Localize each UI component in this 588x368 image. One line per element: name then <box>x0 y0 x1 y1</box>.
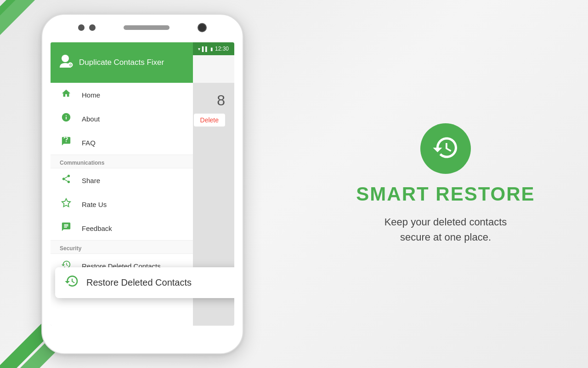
right-panel: SMART RESTORE Keep your deleted contacts… <box>303 0 588 368</box>
phone-screen: ▾ ▌▌ ▮ 12:30 8 Backup Delete <box>51 42 234 326</box>
phone-mockup: ▾ ▌▌ ▮ 12:30 8 Backup Delete <box>41 14 243 354</box>
signal-icon: ▌▌ <box>202 46 209 52</box>
status-time: 12:30 <box>215 46 229 52</box>
wifi-icon: ▾ <box>198 46 200 52</box>
feedback-icon <box>60 222 73 235</box>
drawer-item-share[interactable]: Share <box>51 168 193 192</box>
share-icon <box>60 174 73 187</box>
info-icon <box>60 112 73 125</box>
security-section-header: Security <box>51 240 193 254</box>
drawer-feedback-label: Feedback <box>82 224 112 232</box>
feature-subtitle: Keep your deleted contacts secure at one… <box>384 214 507 245</box>
drawer-item-faq[interactable]: FAQ <box>51 131 193 155</box>
tooltip-popup: Restore Deleted Contacts <box>55 267 234 298</box>
drawer-header-icon: ⚙ <box>58 53 74 73</box>
feature-restore-icon <box>432 134 459 163</box>
drawer-faq-label: FAQ <box>82 139 96 147</box>
home-icon <box>60 88 73 101</box>
phone-top-bar <box>78 23 207 32</box>
drawer-item-feedback[interactable]: Feedback <box>51 216 193 240</box>
status-icons: ▾ ▌▌ ▮ 12:30 <box>198 46 229 52</box>
feature-subtitle-line2: secure at one place. <box>400 231 491 243</box>
battery-icon: ▮ <box>210 46 213 52</box>
drawer-home-label: Home <box>82 91 100 99</box>
feature-subtitle-line1: Keep your deleted contacts <box>384 216 507 228</box>
phone-dot-2 <box>89 24 96 31</box>
communications-section-header: Communications <box>51 155 193 168</box>
tooltip-restore-icon <box>64 274 79 292</box>
drawer-item-about[interactable]: About <box>51 107 193 131</box>
content-number: 8 <box>217 92 225 109</box>
phone-speaker <box>124 25 170 30</box>
star-icon <box>60 198 73 211</box>
drawer-item-home[interactable]: Home <box>51 83 193 107</box>
drawer-header-title: Duplicate Contacts Fixer <box>79 58 164 67</box>
drawer-item-rate-us[interactable]: Rate Us <box>51 192 193 216</box>
feature-icon-circle <box>420 123 471 174</box>
svg-text:⚙: ⚙ <box>69 63 72 67</box>
phone-dots <box>78 24 96 31</box>
drawer-rate-label: Rate Us <box>82 201 107 208</box>
phone-dot-1 <box>78 24 85 31</box>
delete-button[interactable]: Delete <box>194 114 225 126</box>
drawer-about-label: About <box>82 115 100 123</box>
drawer-header: ⚙ Duplicate Contacts Fixer <box>51 42 193 83</box>
svg-marker-3 <box>62 199 70 207</box>
phone-shell: ▾ ▌▌ ▮ 12:30 8 Backup Delete <box>41 14 243 354</box>
faq-icon <box>60 136 73 149</box>
phone-camera <box>198 23 207 32</box>
feature-title: SMART RESTORE <box>356 183 535 205</box>
svg-point-0 <box>62 55 69 62</box>
drawer-share-label: Share <box>82 177 100 184</box>
tooltip-text: Restore Deleted Contacts <box>86 277 192 288</box>
